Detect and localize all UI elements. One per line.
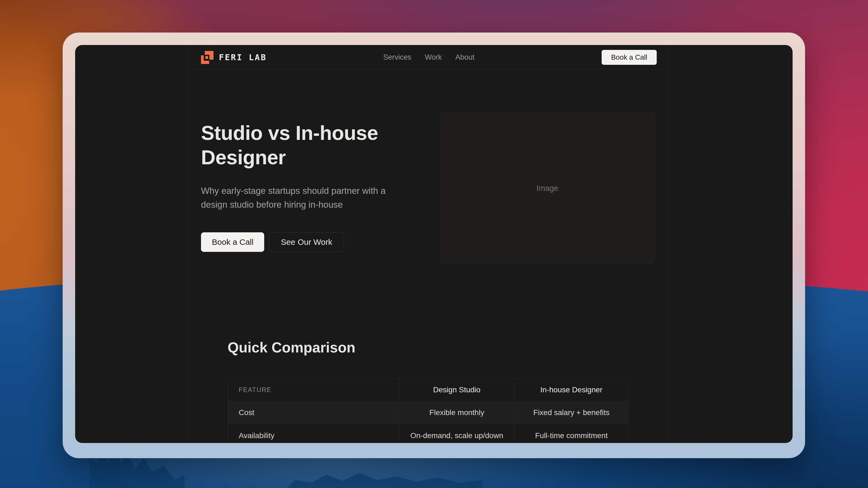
nav-item-about[interactable]: About [456,53,475,62]
image-placeholder-label: Image [536,184,558,193]
site-page: FERI LAB Services Work About Book a Call… [75,45,793,443]
overlapping-squares-logo-icon [201,51,214,64]
cell-inhouse: Fixed salary + benefits [515,401,628,424]
desktop: FERI LAB Services Work About Book a Call… [0,0,868,488]
table-row: Cost Flexible monthly Fixed salary + ben… [228,401,628,424]
hero-book-call-button[interactable]: Book a Call [201,232,264,252]
table-row: Availability On-demand, scale up/down Fu… [228,424,628,443]
hero-image-placeholder: Image [440,113,655,263]
hero-subtitle: Why early-stage startups should partner … [201,184,402,212]
column-header-design-studio: Design Studio [399,379,515,401]
content-column: FERI LAB Services Work About Book a Call… [189,45,669,443]
site-header: FERI LAB Services Work About Book a Call [189,45,669,70]
hero-title: Studio vs In-house Designer [201,121,426,170]
cell-inhouse: Full-time commitment [515,424,628,443]
browser-window-frame: FERI LAB Services Work About Book a Call… [63,33,805,458]
main-nav: Services Work About [383,53,475,62]
cell-feature: Availability [228,424,399,443]
content-column-border-right [669,45,669,443]
nav-item-work[interactable]: Work [425,53,442,62]
comparison-table: FEATURE Design Studio In-house Designer … [227,379,628,443]
nav-item-services[interactable]: Services [383,53,411,62]
logo-text: FERI LAB [219,53,267,62]
column-header-feature: FEATURE [228,379,399,401]
header-book-call-button[interactable]: Book a Call [601,50,657,65]
cell-design-studio: Flexible monthly [399,401,515,424]
cell-feature: Cost [228,401,399,424]
hero-see-work-button[interactable]: See Our Work [269,232,344,252]
logo[interactable]: FERI LAB [201,51,267,64]
hero-cta-group: Book a Call See Our Work [201,232,344,252]
cell-design-studio: On-demand, scale up/down [399,424,515,443]
column-header-inhouse-designer: In-house Designer [515,379,628,401]
comparison-heading: Quick Comparison [227,339,355,356]
table-header-row: FEATURE Design Studio In-house Designer [228,379,628,401]
